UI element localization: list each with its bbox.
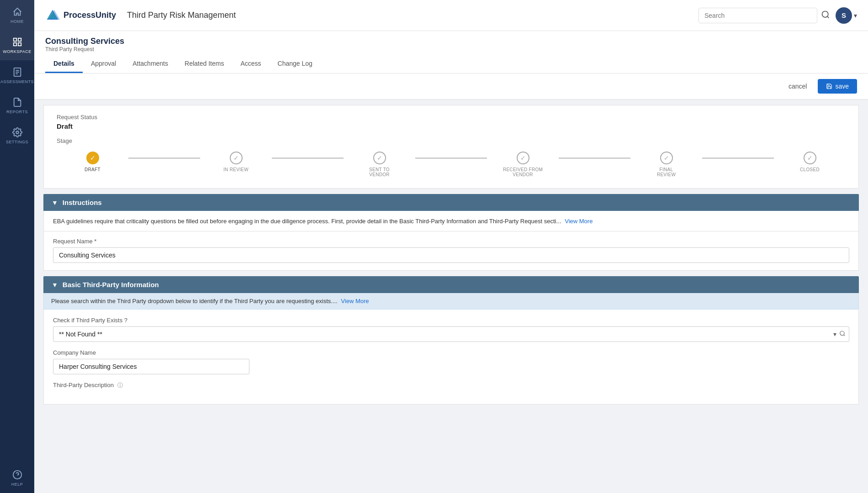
bottom-spacer xyxy=(34,404,868,423)
step-label-closed: CLOSED xyxy=(800,167,820,172)
step-closed: ✓ CLOSED xyxy=(774,152,846,172)
tab-related-items[interactable]: Related Items xyxy=(176,55,232,73)
company-name-label: Company Name xyxy=(53,349,849,356)
search-input[interactable] xyxy=(699,8,817,23)
connector-2 xyxy=(272,157,344,159)
sidebar-item-help[interactable]: HELP xyxy=(0,463,34,493)
step-label-draft: DRAFT xyxy=(85,167,101,172)
dropdown-icons: ▾ xyxy=(833,330,846,338)
svg-rect-3 xyxy=(18,43,21,46)
check-tp-label: Check if Third Party Exists ? xyxy=(53,317,849,324)
tab-details[interactable]: Details xyxy=(45,55,83,73)
workspace-icon xyxy=(12,37,23,47)
third-party-desc-label: Third-Party Description ⓘ xyxy=(53,382,849,389)
instructions-title: Instructions xyxy=(63,199,102,206)
sidebar-help-label: HELP xyxy=(11,482,23,487)
step-sent-to-vendor: ✓ SENT TO VENDOR xyxy=(344,152,415,177)
company-name-input[interactable] xyxy=(53,359,249,374)
settings-icon xyxy=(12,127,23,138)
svg-line-17 xyxy=(844,335,845,336)
connector-5 xyxy=(702,157,774,159)
sidebar-reports-label: REPORTS xyxy=(6,110,28,114)
svg-point-16 xyxy=(840,331,844,335)
basic-info-hint: Please search within the Third Party dro… xyxy=(43,293,859,309)
page-header: Consulting Services Third Party Request … xyxy=(34,31,868,73)
instructions-view-more[interactable]: View More xyxy=(565,218,593,225)
svg-point-8 xyxy=(16,131,19,134)
sidebar-home-label: HOME xyxy=(11,19,24,24)
step-label-final-review: FINAL REVIEW xyxy=(657,167,676,177)
dropdown-search-icon xyxy=(839,330,846,338)
connector-3 xyxy=(415,157,487,159)
step-received-from-vendor: ✓ RECEIVED FROM VENDOR xyxy=(487,152,559,177)
instructions-header[interactable]: ▼ Instructions xyxy=(43,194,859,211)
sidebar-assessments-label: ASSESSMENTS xyxy=(0,79,34,84)
check-tp-dropdown: ** Not Found ** ▾ xyxy=(53,326,849,342)
cancel-button[interactable]: cancel xyxy=(783,80,812,93)
assessments-icon xyxy=(12,67,23,78)
save-icon xyxy=(826,83,832,89)
request-name-label: Request Name * xyxy=(53,238,849,245)
company-name-field: Company Name xyxy=(53,349,849,374)
step-circle-sent-to-vendor: ✓ xyxy=(373,152,386,164)
basic-info-chevron: ▼ xyxy=(52,281,58,288)
search-button[interactable] xyxy=(821,10,830,21)
info-icon: ⓘ xyxy=(117,382,123,388)
tab-change-log[interactable]: Change Log xyxy=(270,55,321,73)
step-circle-received-from-vendor: ✓ xyxy=(517,152,529,164)
logo-text: ProcessUnity xyxy=(64,10,116,20)
step-label-in-review: IN REVIEW xyxy=(223,167,249,172)
step-final-review: ✓ FINAL REVIEW xyxy=(630,152,702,177)
basic-info-title: Basic Third-Party Information xyxy=(63,281,159,288)
page-subtitle: Third Party Request xyxy=(45,46,857,52)
user-menu-chevron[interactable]: ▾ xyxy=(854,12,857,19)
basic-info-header[interactable]: ▼ Basic Third-Party Information xyxy=(43,276,859,293)
sidebar-item-settings[interactable]: SETTINGS xyxy=(0,121,34,151)
sidebar-workspace-label: WORKSPACE xyxy=(3,49,31,54)
step-draft: ✓ DRAFT xyxy=(57,152,128,172)
svg-rect-1 xyxy=(18,38,21,41)
basic-info-view-more[interactable]: View More xyxy=(341,298,369,304)
reports-icon xyxy=(12,97,23,108)
tab-access[interactable]: Access xyxy=(232,55,269,73)
stage-stepper: ✓ DRAFT ✓ IN REVIEW ✓ SENT TO VENDOR xyxy=(57,152,846,177)
sidebar-item-assessments[interactable]: ASSESSMENTS xyxy=(0,60,34,90)
check-tp-field: Check if Third Party Exists ? ** Not Fou… xyxy=(53,317,849,342)
request-name-input[interactable] xyxy=(53,247,849,263)
instructions-body: EBA guidelines require that criticality … xyxy=(43,211,859,231)
step-circle-draft: ✓ xyxy=(86,152,99,164)
svg-rect-0 xyxy=(13,38,16,41)
request-status-label: Request Status xyxy=(57,114,846,121)
svg-line-15 xyxy=(827,16,829,18)
connector-4 xyxy=(559,157,630,159)
main-area: ProcessUnity Third Party Risk Management… xyxy=(34,0,868,493)
instructions-section: ▼ Instructions EBA guidelines require th… xyxy=(43,194,859,231)
sidebar-settings-label: SETTINGS xyxy=(6,140,28,144)
third-party-desc-field: Third-Party Description ⓘ xyxy=(53,382,849,389)
tab-approval[interactable]: Approval xyxy=(83,55,124,73)
save-label: save xyxy=(835,83,849,90)
company-name-input-wrap xyxy=(53,359,249,374)
tab-attachments[interactable]: Attachments xyxy=(124,55,176,73)
sidebar-item-workspace[interactable]: WORKSPACE xyxy=(0,30,34,60)
header-module-title: Third Party Risk Management xyxy=(127,10,699,20)
instructions-chevron: ▼ xyxy=(52,199,58,206)
search-bar xyxy=(699,8,830,23)
step-circle-closed: ✓ xyxy=(804,152,816,164)
request-status-value: Draft xyxy=(57,122,846,130)
sidebar: HOME WORKSPACE ASSESSMENTS REPORTS xyxy=(0,0,34,493)
logo-icon xyxy=(45,8,60,23)
form-toolbar: cancel save xyxy=(34,73,868,100)
step-label-sent-to-vendor: SENT TO VENDOR xyxy=(369,167,390,177)
request-name-block: Request Name * xyxy=(43,231,859,271)
save-button[interactable]: save xyxy=(818,79,857,94)
content-area: cancel save Request Status Draft Stage ✓… xyxy=(34,73,868,493)
step-label-received-from-vendor: RECEIVED FROM VENDOR xyxy=(503,167,543,177)
check-tp-select[interactable]: ** Not Found ** xyxy=(53,326,849,342)
basic-info-section: ▼ Basic Third-Party Information Please s… xyxy=(43,276,859,404)
sidebar-item-home[interactable]: HOME xyxy=(0,0,34,30)
sidebar-item-reports[interactable]: REPORTS xyxy=(0,90,34,121)
dropdown-chevron-icon: ▾ xyxy=(833,330,836,338)
step-circle-final-review: ✓ xyxy=(660,152,673,164)
user-avatar[interactable]: S xyxy=(836,7,852,24)
